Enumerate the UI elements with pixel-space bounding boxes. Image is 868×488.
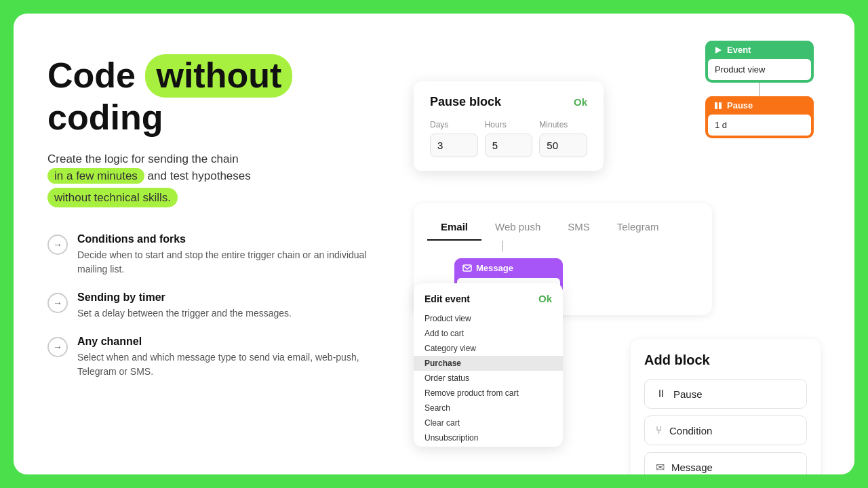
event-body: Product view bbox=[708, 59, 811, 80]
tabs-header: Email Web push SMS Telegram bbox=[414, 203, 712, 241]
conditions-desc: Decide when to start and stop the entire… bbox=[77, 248, 373, 277]
add-block-title: Add block bbox=[644, 352, 807, 368]
channel-desc: Select when and which message type to se… bbox=[77, 350, 373, 379]
svg-rect-3 bbox=[463, 265, 471, 271]
edit-event-ok-button[interactable]: Ok bbox=[538, 293, 552, 304]
headline-highlight: without bbox=[145, 54, 292, 98]
tab-email[interactable]: Email bbox=[427, 214, 481, 241]
left-section: Code without coding Create the logic for… bbox=[47, 41, 373, 447]
edit-event-header: Edit event Ok bbox=[414, 283, 563, 311]
message-icon bbox=[462, 264, 472, 273]
hours-input[interactable] bbox=[485, 134, 533, 157]
highlight-minutes: in a few minutes bbox=[47, 168, 144, 184]
edit-event-item[interactable]: Product view bbox=[414, 311, 563, 326]
pause-block-modal: Pause block Ok Days Hours Minutes bbox=[414, 81, 604, 171]
event-block-header: Event bbox=[705, 41, 814, 59]
pause-icon bbox=[713, 101, 723, 110]
event-label: Event bbox=[727, 45, 751, 55]
headline-text1: Code bbox=[47, 56, 145, 95]
pause-ok-button[interactable]: Ok bbox=[574, 96, 587, 108]
channel-title: Any channel bbox=[77, 336, 373, 348]
timer-desc: Set a delay between the trigger and the … bbox=[77, 306, 292, 321]
tab-webpush[interactable]: Web push bbox=[481, 214, 554, 241]
feature-channel: → Any channel Select when and which mess… bbox=[47, 336, 373, 379]
edit-event-item[interactable]: Clear cart bbox=[414, 415, 563, 430]
add-block-panel: Add block ⏸Pause⑂Condition✉Message bbox=[631, 339, 821, 474]
pause-block-title: Pause block bbox=[430, 95, 501, 109]
hours-label: Hours bbox=[485, 120, 533, 129]
edit-event-item[interactable]: Search bbox=[414, 401, 563, 415]
svg-rect-1 bbox=[715, 102, 717, 109]
svg-marker-0 bbox=[715, 47, 722, 54]
pause-flow-body: 1 d bbox=[708, 115, 811, 136]
days-field: Days bbox=[430, 120, 478, 157]
edit-event-list[interactable]: Product viewAdd to cartCategory viewPurc… bbox=[414, 311, 563, 447]
pause-flow-header: Pause bbox=[705, 96, 814, 115]
headline-text2: coding bbox=[47, 98, 163, 137]
option-label: Pause bbox=[673, 388, 703, 400]
condition-icon: ⑂ bbox=[656, 424, 663, 436]
timer-icon: → bbox=[47, 293, 68, 313]
svg-rect-2 bbox=[719, 102, 722, 109]
add-block-option-condition[interactable]: ⑂Condition bbox=[644, 415, 807, 445]
message-icon: ✉ bbox=[656, 461, 665, 474]
time-inputs: Days Hours Minutes bbox=[430, 120, 587, 157]
minutes-label: Minutes bbox=[539, 120, 587, 129]
conditions-icon: → bbox=[47, 235, 68, 255]
edit-event-item[interactable]: Add to cart bbox=[414, 326, 563, 341]
pause-flow-label: Pause bbox=[727, 100, 753, 110]
edit-event-modal: Edit event Ok Product viewAdd to cartCat… bbox=[414, 283, 563, 447]
add-block-options: ⏸Pause⑂Condition✉Message bbox=[644, 379, 807, 474]
right-section: Pause block Ok Days Hours Minutes bbox=[400, 41, 821, 447]
highlight-skills: without technical skills. bbox=[47, 188, 178, 208]
edit-event-item[interactable]: Purchase bbox=[414, 356, 563, 371]
connector-1 bbox=[759, 83, 760, 96]
main-card: Code without coding Create the logic for… bbox=[14, 14, 854, 474]
days-label: Days bbox=[430, 120, 478, 129]
hours-field: Hours bbox=[485, 120, 533, 157]
pause-flow-block[interactable]: Pause 1 d bbox=[705, 96, 814, 138]
minutes-input[interactable] bbox=[539, 134, 587, 157]
tab-telegram[interactable]: Telegram bbox=[604, 214, 673, 241]
headline: Code without coding bbox=[47, 54, 373, 138]
tab-sms[interactable]: SMS bbox=[554, 214, 604, 241]
option-label: Message bbox=[671, 462, 713, 473]
edit-event-item[interactable]: Visited specific page bbox=[414, 445, 563, 447]
pause-icon: ⏸ bbox=[656, 388, 667, 400]
days-input[interactable] bbox=[430, 134, 478, 157]
features-list: → Conditions and forks Decide when to st… bbox=[47, 233, 373, 379]
timer-title: Sending by timer bbox=[77, 291, 292, 304]
flow-blocks: Event Product view Pause 1 d bbox=[698, 41, 821, 138]
option-label: Condition bbox=[669, 425, 712, 436]
edit-event-item[interactable]: Category view bbox=[414, 341, 563, 356]
connector-2 bbox=[502, 241, 503, 251]
conditions-title: Conditions and forks bbox=[77, 233, 373, 245]
subtitle-mid: and test hypotheses bbox=[148, 169, 251, 182]
edit-event-item[interactable]: Order status bbox=[414, 371, 563, 386]
edit-event-item[interactable]: Remove product from cart bbox=[414, 386, 563, 401]
play-icon bbox=[713, 45, 723, 55]
minutes-field: Minutes bbox=[539, 120, 587, 157]
pause-block-header: Pause block Ok bbox=[430, 95, 587, 109]
add-block-option-pause[interactable]: ⏸Pause bbox=[644, 379, 807, 409]
event-block[interactable]: Event Product view bbox=[705, 41, 814, 83]
add-block-option-message[interactable]: ✉Message bbox=[644, 452, 807, 474]
feature-timer: → Sending by timer Set a delay between t… bbox=[47, 291, 373, 321]
edit-event-item[interactable]: Unsubscription bbox=[414, 430, 563, 445]
feature-conditions: → Conditions and forks Decide when to st… bbox=[47, 233, 373, 277]
subtitle-text: Create the logic for sending the chain bbox=[47, 152, 239, 165]
channel-icon: → bbox=[47, 337, 68, 357]
edit-event-title: Edit event bbox=[425, 293, 470, 304]
message-label: Message bbox=[476, 263, 513, 273]
subtitle: Create the logic for sending the chain i… bbox=[47, 150, 373, 208]
message-block-header: Message bbox=[454, 258, 563, 278]
